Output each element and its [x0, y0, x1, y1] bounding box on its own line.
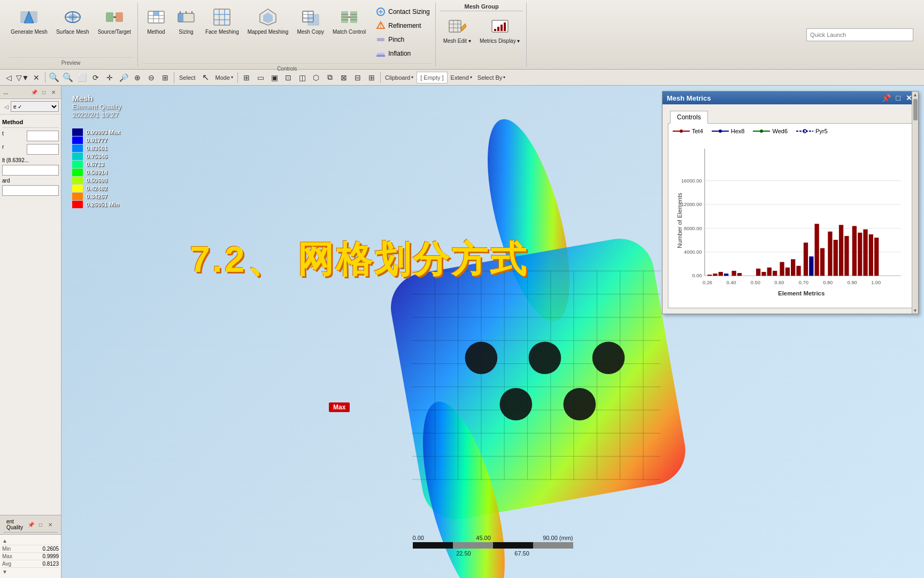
- svg-text:16000.00: 16000.00: [681, 178, 702, 184]
- scroll-up-btn[interactable]: ▲: [912, 92, 919, 98]
- scale-label-45: 45.00: [476, 535, 491, 541]
- generate-mesh-button[interactable]: Generate Mesh: [7, 4, 51, 37]
- tb-btn4[interactable]: ⊡: [282, 71, 295, 84]
- refinement-button[interactable]: Refinement: [373, 19, 432, 32]
- inflation-label: Inflation: [388, 50, 411, 57]
- pinch-button[interactable]: Pinch: [373, 33, 432, 46]
- metrics-body: Controls Tet4 Hex8: [663, 104, 918, 314]
- mesh-edit-button[interactable]: Mesh Edit ▾: [440, 13, 474, 47]
- zoom-out-btn[interactable]: 🔍: [61, 71, 74, 84]
- tb-btn10[interactable]: ⊞: [365, 71, 378, 84]
- legend-color-7: [72, 185, 83, 192]
- clipboard-label: Clipboard: [385, 74, 410, 81]
- tb-btn9[interactable]: ⊟: [351, 71, 364, 84]
- color-legend: 0.99993 Max 0.91777 0.83561 0.75346 0.67…: [72, 128, 120, 209]
- toolbar-panel-btn[interactable]: ▽▼: [16, 71, 29, 84]
- select-label[interactable]: Select: [176, 74, 198, 81]
- inflation-button[interactable]: Inflation: [373, 47, 432, 60]
- pan-btn[interactable]: ✛: [103, 71, 116, 84]
- zoom-fit-btn[interactable]: 🔎: [117, 71, 130, 84]
- mesh-copy-icon: [300, 6, 321, 28]
- mode-dropdown[interactable]: Mode ▾: [213, 74, 236, 81]
- field-ard-input[interactable]: [2, 185, 59, 196]
- select-box-btn[interactable]: ⬜: [75, 71, 88, 84]
- select-arrow-btn[interactable]: ↖: [199, 71, 212, 84]
- source-target-icon: [104, 6, 125, 28]
- tb-btn1[interactable]: ⊞: [240, 71, 253, 84]
- orbit-btn[interactable]: ⟳: [89, 71, 102, 84]
- bar-2: [719, 272, 723, 276]
- panel-close-btn[interactable]: ✕: [49, 88, 58, 96]
- toolbar-undo-btn[interactable]: ◁: [2, 71, 15, 84]
- extend-dropdown[interactable]: Extend ▾: [449, 74, 474, 81]
- zoom-in2-btn[interactable]: ⊕: [131, 71, 144, 84]
- tb-btn3[interactable]: ▣: [268, 71, 281, 84]
- method-section-label: Method: [2, 117, 59, 128]
- bp-pin-btn[interactable]: 📌: [27, 520, 35, 529]
- viewport[interactable]: Mesh Element Quality 2022/2/1 19:27 0.99…: [61, 86, 924, 578]
- mesh-copy-button[interactable]: Mesh Copy: [294, 4, 327, 37]
- zoom-full-btn[interactable]: ⊞: [159, 71, 172, 84]
- legend-val-7: 0.42482: [86, 185, 107, 192]
- left-panel-tab: ... 📌 □ ✕: [0, 86, 61, 99]
- svg-rect-64: [504, 22, 506, 31]
- legend-color-1: [72, 136, 83, 144]
- bp-max-btn[interactable]: □: [36, 520, 45, 529]
- tb-btn5[interactable]: ◫: [296, 71, 309, 84]
- left-panel-fields: t r lt (8.6392... ard: [2, 130, 59, 196]
- zoom-in-btn[interactable]: 🔍: [48, 71, 60, 84]
- bar-0: [707, 275, 712, 276]
- field-t-label: t: [2, 131, 4, 141]
- svg-text:0.60: 0.60: [774, 280, 784, 285]
- field-lt-input[interactable]: [2, 165, 59, 176]
- panel-pin-btn[interactable]: 📌: [30, 88, 38, 96]
- metrics-display-button[interactable]: Metrics Display ▾: [476, 13, 523, 47]
- scroll-thumb[interactable]: [913, 99, 918, 120]
- bar-1: [713, 273, 717, 276]
- source-target-button[interactable]: Source/Target: [95, 4, 134, 37]
- mesh-info: Mesh Element Quality 2022/2/1 19:27: [72, 94, 121, 119]
- field-t-input[interactable]: [27, 131, 59, 141]
- panel-max-btn[interactable]: □: [40, 88, 48, 96]
- empty-bracket[interactable]: [ Empty ]: [417, 72, 447, 83]
- clipboard-dropdown[interactable]: Clipboard ▾: [383, 74, 415, 81]
- clipboard-chevron: ▾: [411, 75, 413, 80]
- scope-select[interactable]: e ✓: [11, 101, 59, 112]
- field-r-input[interactable]: [27, 144, 59, 155]
- mapped-meshing-button[interactable]: Mapped Meshing: [244, 4, 292, 37]
- zoom-out2-btn[interactable]: ⊖: [145, 71, 158, 84]
- match-control-button[interactable]: Match Control: [329, 4, 369, 37]
- controls-tab[interactable]: Controls: [670, 111, 708, 124]
- contact-sizing-icon: [375, 6, 386, 17]
- metrics-pin-btn[interactable]: 📌: [880, 94, 892, 102]
- tb-btn8[interactable]: ⊠: [337, 71, 350, 84]
- bar-7: [761, 272, 766, 276]
- field-r: r: [2, 143, 59, 155]
- method-button[interactable]: Method: [142, 4, 170, 37]
- nav-back-btn[interactable]: ◁: [2, 102, 11, 111]
- svg-rect-63: [500, 25, 503, 31]
- tb-btn7[interactable]: ⧉: [324, 71, 336, 84]
- bp-close-btn[interactable]: ✕: [46, 520, 55, 529]
- scroll-down-btn[interactable]: ▼: [912, 307, 919, 314]
- sizing-button[interactable]: Sizing: [172, 4, 200, 37]
- toolbar-close-btn[interactable]: ✕: [30, 71, 43, 84]
- scale-label-0: 0.00: [413, 535, 424, 541]
- scroll-down-icon: ▼: [2, 569, 7, 575]
- contact-sizing-button[interactable]: Contact Sizing: [373, 5, 432, 18]
- scale-label-90: 90.00 (mm): [543, 535, 573, 541]
- surface-mesh-button[interactable]: Surface Mesh: [53, 4, 93, 37]
- face-meshing-button[interactable]: Face Meshing: [202, 4, 242, 37]
- tb-btn6[interactable]: ⬡: [310, 71, 322, 84]
- bp-row1-label: Min: [2, 546, 11, 552]
- toolbar-sep2: [174, 72, 174, 83]
- quick-launch-input[interactable]: [806, 28, 913, 41]
- tb-btn2[interactable]: ▭: [254, 71, 267, 84]
- field-ard-label: ard: [2, 178, 10, 184]
- metrics-max-btn[interactable]: □: [895, 94, 902, 102]
- preview-group-label: Preview: [7, 57, 134, 67]
- metrics-header-controls: 📌 □ ✕: [880, 94, 914, 102]
- select-by-dropdown[interactable]: Select By ▾: [475, 74, 507, 81]
- scale-bar-graphic: [413, 542, 573, 549]
- bp-row-2: Max 0.9999: [2, 553, 59, 560]
